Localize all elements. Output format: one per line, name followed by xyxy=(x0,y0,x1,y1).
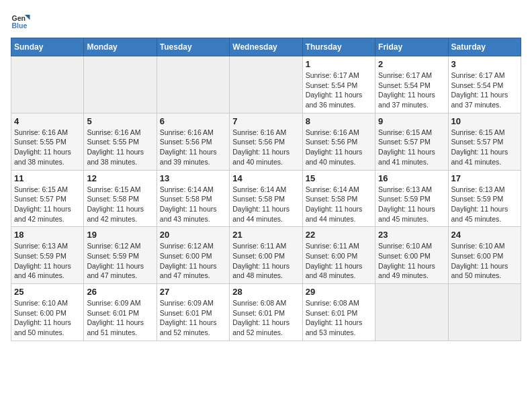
day-info: Sunrise: 6:16 AM Sunset: 5:55 PM Dayligh… xyxy=(87,128,153,167)
day-number: 9 xyxy=(378,116,445,126)
logo-icon: Gen Blue xyxy=(11,11,31,31)
day-info: Sunrise: 6:13 AM Sunset: 5:59 PM Dayligh… xyxy=(378,185,445,224)
day-info: Sunrise: 6:13 AM Sunset: 5:59 PM Dayligh… xyxy=(451,185,518,224)
day-info: Sunrise: 6:15 AM Sunset: 5:57 PM Dayligh… xyxy=(14,185,81,224)
day-info: Sunrise: 6:09 AM Sunset: 6:01 PM Dayligh… xyxy=(160,298,226,338)
day-info: Sunrise: 6:15 AM Sunset: 5:57 PM Dayligh… xyxy=(378,128,445,167)
calendar-cell: 9Sunrise: 6:15 AM Sunset: 5:57 PM Daylig… xyxy=(375,113,448,170)
day-number: 10 xyxy=(451,116,518,126)
calendar-cell: 15Sunrise: 6:14 AM Sunset: 5:58 PM Dayli… xyxy=(302,170,375,227)
calendar-cell xyxy=(11,56,84,113)
day-number: 13 xyxy=(160,173,226,183)
svg-marker-3 xyxy=(25,15,30,20)
day-header-friday: Friday xyxy=(375,38,448,56)
calendar-cell: 7Sunrise: 6:16 AM Sunset: 5:56 PM Daylig… xyxy=(230,113,302,170)
calendar-week-2: 4Sunrise: 6:16 AM Sunset: 5:55 PM Daylig… xyxy=(11,113,521,170)
day-info: Sunrise: 6:16 AM Sunset: 5:56 PM Dayligh… xyxy=(306,128,372,167)
calendar-week-4: 18Sunrise: 6:13 AM Sunset: 5:59 PM Dayli… xyxy=(11,227,521,284)
day-info: Sunrise: 6:08 AM Sunset: 6:01 PM Dayligh… xyxy=(306,298,372,338)
day-info: Sunrise: 6:14 AM Sunset: 5:58 PM Dayligh… xyxy=(306,185,372,224)
day-number: 24 xyxy=(451,230,518,240)
day-info: Sunrise: 6:17 AM Sunset: 5:54 PM Dayligh… xyxy=(306,71,372,110)
day-number: 7 xyxy=(232,116,299,126)
calendar-cell: 24Sunrise: 6:10 AM Sunset: 6:00 PM Dayli… xyxy=(448,227,521,284)
day-info: Sunrise: 6:16 AM Sunset: 5:56 PM Dayligh… xyxy=(160,128,226,167)
calendar-cell: 21Sunrise: 6:11 AM Sunset: 6:00 PM Dayli… xyxy=(230,227,302,284)
calendar-body: 1Sunrise: 6:17 AM Sunset: 5:54 PM Daylig… xyxy=(11,56,521,341)
day-number: 1 xyxy=(306,59,372,69)
day-info: Sunrise: 6:15 AM Sunset: 5:58 PM Dayligh… xyxy=(87,185,153,224)
day-info: Sunrise: 6:09 AM Sunset: 6:01 PM Dayligh… xyxy=(87,298,153,338)
calendar-cell: 27Sunrise: 6:09 AM Sunset: 6:01 PM Dayli… xyxy=(157,284,229,341)
calendar-week-3: 11Sunrise: 6:15 AM Sunset: 5:57 PM Dayli… xyxy=(11,170,521,227)
calendar-cell xyxy=(375,284,448,341)
day-number: 8 xyxy=(306,116,372,126)
day-number: 26 xyxy=(87,287,153,297)
day-header-monday: Monday xyxy=(84,38,157,56)
day-number: 22 xyxy=(306,230,372,240)
svg-text:Blue: Blue xyxy=(12,21,28,30)
calendar-cell: 12Sunrise: 6:15 AM Sunset: 5:58 PM Dayli… xyxy=(84,170,157,227)
calendar-cell: 25Sunrise: 6:10 AM Sunset: 6:00 PM Dayli… xyxy=(11,284,84,341)
calendar-cell xyxy=(230,56,302,113)
logo: Gen Blue xyxy=(11,11,34,31)
calendar-cell xyxy=(84,56,157,113)
day-number: 27 xyxy=(160,287,226,297)
calendar-cell xyxy=(448,284,521,341)
day-number: 18 xyxy=(14,230,81,240)
days-row: SundayMondayTuesdayWednesdayThursdayFrid… xyxy=(11,38,521,56)
calendar-cell: 10Sunrise: 6:15 AM Sunset: 5:57 PM Dayli… xyxy=(448,113,521,170)
day-info: Sunrise: 6:16 AM Sunset: 5:55 PM Dayligh… xyxy=(14,128,81,167)
day-info: Sunrise: 6:08 AM Sunset: 6:01 PM Dayligh… xyxy=(232,298,299,338)
calendar-cell: 19Sunrise: 6:12 AM Sunset: 5:59 PM Dayli… xyxy=(84,227,157,284)
calendar-cell: 5Sunrise: 6:16 AM Sunset: 5:55 PM Daylig… xyxy=(84,113,157,170)
calendar-cell xyxy=(157,56,229,113)
calendar-cell: 22Sunrise: 6:11 AM Sunset: 6:00 PM Dayli… xyxy=(302,227,375,284)
calendar-cell: 3Sunrise: 6:17 AM Sunset: 5:54 PM Daylig… xyxy=(448,56,521,113)
day-number: 19 xyxy=(87,230,153,240)
calendar-cell: 14Sunrise: 6:14 AM Sunset: 5:58 PM Dayli… xyxy=(230,170,302,227)
day-info: Sunrise: 6:10 AM Sunset: 6:00 PM Dayligh… xyxy=(451,241,518,281)
day-number: 20 xyxy=(160,230,226,240)
calendar-cell: 2Sunrise: 6:17 AM Sunset: 5:54 PM Daylig… xyxy=(375,56,448,113)
day-info: Sunrise: 6:14 AM Sunset: 5:58 PM Dayligh… xyxy=(160,185,226,224)
day-info: Sunrise: 6:17 AM Sunset: 5:54 PM Dayligh… xyxy=(378,71,445,110)
day-header-sunday: Sunday xyxy=(11,38,84,56)
day-number: 16 xyxy=(378,173,445,183)
calendar-header: SundayMondayTuesdayWednesdayThursdayFrid… xyxy=(11,38,521,56)
calendar-cell: 4Sunrise: 6:16 AM Sunset: 5:55 PM Daylig… xyxy=(11,113,84,170)
day-number: 14 xyxy=(232,173,299,183)
calendar-cell: 29Sunrise: 6:08 AM Sunset: 6:01 PM Dayli… xyxy=(302,284,375,341)
calendar-table: SundayMondayTuesdayWednesdayThursdayFrid… xyxy=(11,38,521,341)
calendar-cell: 23Sunrise: 6:10 AM Sunset: 6:00 PM Dayli… xyxy=(375,227,448,284)
day-header-thursday: Thursday xyxy=(302,38,375,56)
day-number: 21 xyxy=(232,230,299,240)
day-number: 29 xyxy=(306,287,372,297)
day-header-tuesday: Tuesday xyxy=(157,38,229,56)
calendar-cell: 13Sunrise: 6:14 AM Sunset: 5:58 PM Dayli… xyxy=(157,170,229,227)
calendar-cell: 16Sunrise: 6:13 AM Sunset: 5:59 PM Dayli… xyxy=(375,170,448,227)
page-header: Gen Blue xyxy=(11,11,521,31)
day-info: Sunrise: 6:16 AM Sunset: 5:56 PM Dayligh… xyxy=(232,128,299,167)
day-info: Sunrise: 6:13 AM Sunset: 5:59 PM Dayligh… xyxy=(14,241,81,281)
day-number: 28 xyxy=(232,287,299,297)
day-info: Sunrise: 6:15 AM Sunset: 5:57 PM Dayligh… xyxy=(451,128,518,167)
calendar-week-1: 1Sunrise: 6:17 AM Sunset: 5:54 PM Daylig… xyxy=(11,56,521,113)
calendar-cell: 11Sunrise: 6:15 AM Sunset: 5:57 PM Dayli… xyxy=(11,170,84,227)
day-info: Sunrise: 6:14 AM Sunset: 5:58 PM Dayligh… xyxy=(232,185,299,224)
calendar-cell: 20Sunrise: 6:12 AM Sunset: 6:00 PM Dayli… xyxy=(157,227,229,284)
day-number: 5 xyxy=(87,116,153,126)
day-info: Sunrise: 6:11 AM Sunset: 6:00 PM Dayligh… xyxy=(306,241,372,281)
day-number: 12 xyxy=(87,173,153,183)
calendar-cell: 18Sunrise: 6:13 AM Sunset: 5:59 PM Dayli… xyxy=(11,227,84,284)
calendar-cell: 6Sunrise: 6:16 AM Sunset: 5:56 PM Daylig… xyxy=(157,113,229,170)
calendar-week-5: 25Sunrise: 6:10 AM Sunset: 6:00 PM Dayli… xyxy=(11,284,521,341)
day-info: Sunrise: 6:10 AM Sunset: 6:00 PM Dayligh… xyxy=(378,241,445,281)
day-number: 25 xyxy=(14,287,81,297)
day-number: 4 xyxy=(14,116,81,126)
day-info: Sunrise: 6:12 AM Sunset: 6:00 PM Dayligh… xyxy=(160,241,226,281)
day-number: 11 xyxy=(14,173,81,183)
day-number: 17 xyxy=(451,173,518,183)
day-info: Sunrise: 6:12 AM Sunset: 5:59 PM Dayligh… xyxy=(87,241,153,281)
day-number: 15 xyxy=(306,173,372,183)
